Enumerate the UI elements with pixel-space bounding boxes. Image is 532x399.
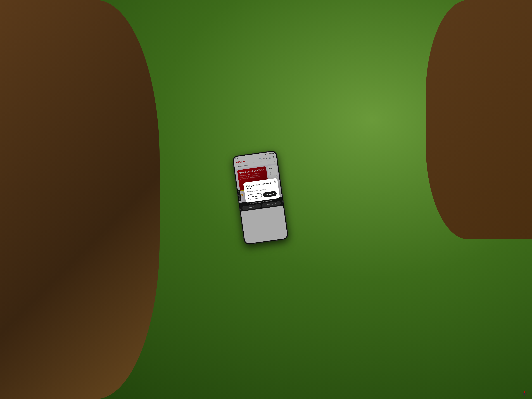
phone-hand: 4:52 ♥ ⊕ ✉ ⊘ ◷ 36% ▮ verizon 🔍 xyxy=(225,145,307,254)
av-logo xyxy=(523,391,529,396)
tree-right xyxy=(426,0,532,239)
get-started-button[interactable]: Get Started xyxy=(263,191,277,198)
find-phone-modal: × Find your ideal phone and plan Answer … xyxy=(243,178,280,203)
modal-close-button[interactable]: × xyxy=(274,180,276,183)
not-now-button[interactable]: Not Now xyxy=(247,193,262,200)
av-triangle-down xyxy=(523,393,526,396)
tree-left xyxy=(0,0,160,399)
modal-overlay: × Find your ideal phone and plan Answer … xyxy=(233,151,288,244)
phone-screen: 4:52 ♥ ⊕ ✉ ⊘ ◷ 36% ▮ verizon 🔍 xyxy=(233,151,288,244)
modal-buttons: Not Now Get Started xyxy=(247,191,277,200)
screen-content: 4:52 ♥ ⊕ ✉ ⊘ ◷ 36% ▮ verizon 🔍 xyxy=(233,151,288,244)
phone-frame: 4:52 ♥ ⊕ ✉ ⊘ ◷ 36% ▮ verizon 🔍 xyxy=(232,150,289,245)
